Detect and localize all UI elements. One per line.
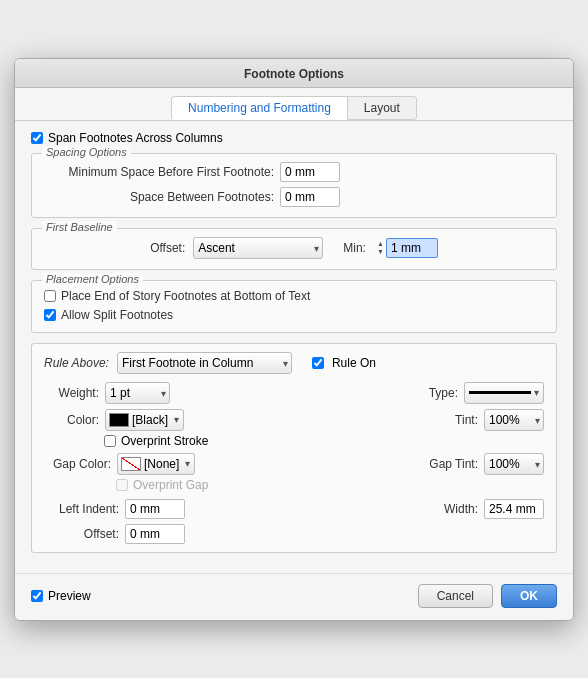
- rule-on-checkbox[interactable]: [312, 357, 324, 369]
- left-indent-label: Left Indent:: [44, 502, 119, 516]
- dialog-title: Footnote Options: [244, 67, 344, 81]
- preview-row: Preview: [31, 589, 91, 603]
- first-baseline-label: First Baseline: [42, 221, 117, 233]
- overprint-gap-row: Overprint Gap: [44, 478, 544, 492]
- min-input[interactable]: [386, 238, 438, 258]
- offset-label: Offset:: [150, 241, 185, 255]
- offset-select-wrapper: Ascent Cap Height Leading x Height Em Bo…: [193, 237, 323, 259]
- rule-offset-input[interactable]: [125, 524, 185, 544]
- color-tint-row: Color: [Black] ▾ Tint: 100% 90% 80%: [44, 409, 544, 431]
- tab-layout[interactable]: Layout: [348, 96, 417, 120]
- width-input[interactable]: [484, 499, 544, 519]
- allow-split-checkbox[interactable]: [44, 309, 56, 321]
- width-label: Width:: [433, 502, 478, 516]
- span-footnotes-row: Span Footnotes Across Columns: [31, 131, 557, 145]
- span-footnotes-checkbox[interactable]: [31, 132, 43, 144]
- end-story-label: Place End of Story Footnotes at Bottom o…: [61, 289, 310, 303]
- tint-label: Tint:: [444, 413, 478, 427]
- ok-button[interactable]: OK: [501, 584, 557, 608]
- rule-above-select[interactable]: First Footnote in Column All Footnotes N…: [117, 352, 292, 374]
- rule-above-select-wrapper: First Footnote in Column All Footnotes N…: [117, 352, 292, 374]
- min-space-row: Minimum Space Before First Footnote:: [44, 162, 544, 182]
- tabs-container: Numbering and Formatting Layout: [15, 88, 573, 121]
- gap-color-tint-row: Gap Color: [None] ▾ Gap Tint: 100%: [44, 453, 544, 475]
- gap-color-arrow: ▾: [185, 458, 190, 469]
- type-line-preview: [469, 391, 531, 394]
- color-select-wrapper[interactable]: [Black] ▾: [105, 409, 184, 431]
- overprint-gap-label: Overprint Gap: [133, 478, 208, 492]
- rule-above-label: Rule Above:: [44, 356, 109, 370]
- end-story-row: Place End of Story Footnotes at Bottom o…: [44, 289, 544, 303]
- end-story-checkbox[interactable]: [44, 290, 56, 302]
- baseline-row: Offset: Ascent Cap Height Leading x Heig…: [44, 237, 544, 259]
- preview-checkbox[interactable]: [31, 590, 43, 602]
- allow-split-label: Allow Split Footnotes: [61, 308, 173, 322]
- preview-label: Preview: [48, 589, 91, 603]
- gap-color-label: Gap Color:: [44, 457, 111, 471]
- dialog: Footnote Options Numbering and Formattin…: [14, 58, 574, 621]
- tab-numbering[interactable]: Numbering and Formatting: [171, 96, 348, 120]
- tint-select[interactable]: 100% 90% 80%: [484, 409, 544, 431]
- min-label: Min:: [343, 241, 366, 255]
- weight-label: Weight:: [44, 386, 99, 400]
- weight-select-wrapper: 0.25 pt 0.5 pt 1 pt 2 pt: [105, 382, 170, 404]
- gap-color-select-wrapper[interactable]: [None] ▾: [117, 453, 195, 475]
- gap-color-value: [None]: [144, 457, 179, 471]
- min-space-input[interactable]: [280, 162, 340, 182]
- first-baseline-section: First Baseline Offset: Ascent Cap Height…: [31, 228, 557, 270]
- min-spinner-wrapper: ▲ ▼: [374, 238, 438, 258]
- weight-select[interactable]: 0.25 pt 0.5 pt 1 pt 2 pt: [105, 382, 170, 404]
- offset-select[interactable]: Ascent Cap Height Leading x Height Em Bo…: [193, 237, 323, 259]
- left-indent-input[interactable]: [125, 499, 185, 519]
- content-area: Span Footnotes Across Columns Spacing Op…: [15, 121, 573, 573]
- rule-on-label: Rule On: [332, 356, 376, 370]
- type-label: Type:: [420, 386, 458, 400]
- placement-section: Placement Options Place End of Story Foo…: [31, 280, 557, 333]
- min-up-arrow[interactable]: ▲: [375, 240, 386, 248]
- spacing-section: Spacing Options Minimum Space Before Fir…: [31, 153, 557, 218]
- offset-row: Offset:: [44, 524, 544, 544]
- title-bar: Footnote Options: [15, 59, 573, 88]
- type-select-wrapper[interactable]: ▾: [464, 382, 544, 404]
- overprint-stroke-row: Overprint Stroke: [44, 434, 544, 448]
- indent-width-row: Left Indent: Width:: [44, 499, 544, 519]
- color-swatch: [109, 413, 129, 427]
- gap-color-swatch: [121, 457, 141, 471]
- rule-offset-label: Offset:: [44, 527, 119, 541]
- gap-tint-select-wrapper: 100%: [484, 453, 544, 475]
- between-input[interactable]: [280, 187, 340, 207]
- overprint-stroke-checkbox[interactable]: [104, 435, 116, 447]
- color-dropdown-arrow: ▾: [174, 414, 179, 425]
- min-down-arrow[interactable]: ▼: [375, 248, 386, 256]
- action-buttons: Cancel OK: [418, 584, 557, 608]
- allow-split-row: Allow Split Footnotes: [44, 308, 544, 322]
- overprint-gap-checkbox[interactable]: [116, 479, 128, 491]
- min-space-label: Minimum Space Before First Footnote:: [44, 165, 274, 179]
- tint-select-wrapper: 100% 90% 80%: [484, 409, 544, 431]
- gap-tint-select[interactable]: 100%: [484, 453, 544, 475]
- spacing-section-label: Spacing Options: [42, 146, 131, 158]
- gap-tint-label: Gap Tint:: [422, 457, 478, 471]
- min-spinner-arrows: ▲ ▼: [375, 240, 386, 256]
- overprint-stroke-label: Overprint Stroke: [121, 434, 208, 448]
- cancel-button[interactable]: Cancel: [418, 584, 493, 608]
- between-label: Space Between Footnotes:: [79, 190, 274, 204]
- between-row: Space Between Footnotes:: [44, 187, 544, 207]
- span-footnotes-label: Span Footnotes Across Columns: [48, 131, 223, 145]
- placement-section-label: Placement Options: [42, 273, 143, 285]
- footer: Preview Cancel OK: [15, 573, 573, 620]
- color-label: Color:: [44, 413, 99, 427]
- weight-type-row: Weight: 0.25 pt 0.5 pt 1 pt 2 pt Type: ▾: [44, 382, 544, 404]
- rule-above-row: Rule Above: First Footnote in Column All…: [44, 352, 544, 374]
- type-dropdown-arrow: ▾: [534, 387, 539, 398]
- color-value: [Black]: [132, 413, 168, 427]
- rule-section: Rule Above: First Footnote in Column All…: [31, 343, 557, 553]
